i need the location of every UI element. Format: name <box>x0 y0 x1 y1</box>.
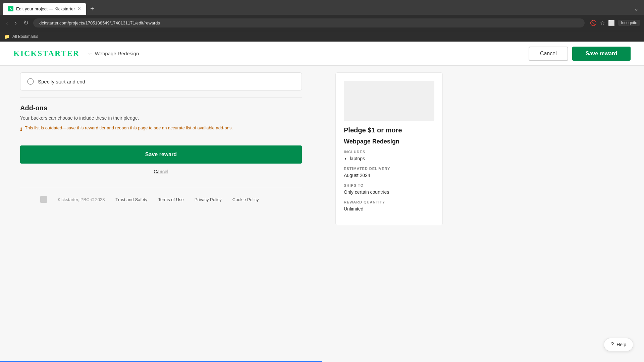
camera-off-icon: 🚫 <box>590 20 597 26</box>
main-content: Specify start and end Add-ons Your backe… <box>0 66 644 232</box>
tab-title: Edit your project — Kickstarter <box>16 6 75 11</box>
pledge-amount: Pledge $1 or more <box>344 126 434 134</box>
footer-cookie[interactable]: Cookie Policy <box>232 197 259 202</box>
bookmark-icon[interactable]: ☆ <box>600 20 605 26</box>
reward-title: Webpage Redesign <box>344 138 434 145</box>
footer-copyright: Kickstarter, PBC © 2023 <box>58 197 105 202</box>
nav-icons: 🚫 ☆ ⬜ Incognito <box>590 20 640 26</box>
addons-section: Add-ons Your backers can choose to inclu… <box>20 104 302 132</box>
ships-to-value: Only certain countries <box>344 189 434 195</box>
warning-icon: ℹ <box>20 126 22 132</box>
project-name: Webpage Redesign <box>95 51 139 56</box>
footer-terms[interactable]: Terms of Use <box>158 197 184 202</box>
ships-to-label: SHIPS TO <box>344 183 434 187</box>
warning-box: ℹ This list is outdated—save this reward… <box>20 125 302 132</box>
help-icon: ? <box>611 342 614 348</box>
browser-nav: ‹ › ↻ kickstarter.com/projects/170518854… <box>0 15 644 31</box>
includes-item: laptops <box>350 156 434 161</box>
help-button[interactable]: ? Help <box>604 338 633 351</box>
form-area: Specify start and end Add-ons Your backe… <box>0 66 322 232</box>
tab-close-btn[interactable]: × <box>78 6 81 11</box>
url-text: kickstarter.com/projects/1705188549/1748… <box>39 20 160 25</box>
bookmarks-label[interactable]: All Bookmarks <box>12 34 38 39</box>
includes-value: laptops <box>344 156 434 161</box>
tab-favicon: K <box>8 6 13 11</box>
footer-logo-icon <box>40 196 47 203</box>
active-tab[interactable]: K Edit your project — Kickstarter × <box>3 3 86 15</box>
preview-image-placeholder <box>344 81 434 121</box>
page-wrapper: KICKSTARTER ← Webpage Redesign Cancel Sa… <box>0 42 644 362</box>
tab-menu-icon[interactable]: ⌄ <box>634 5 639 12</box>
form-cancel-link[interactable]: Cancel <box>20 169 302 174</box>
address-bar[interactable]: kickstarter.com/projects/1705188549/1748… <box>33 18 585 27</box>
help-label: Help <box>616 342 626 347</box>
reward-quantity-label: REWARD QUANTITY <box>344 200 434 204</box>
includes-label: INCLUDES <box>344 150 434 154</box>
back-button[interactable]: ‹ <box>4 18 10 28</box>
warning-text: This list is outdated—save this reward t… <box>25 125 233 130</box>
back-link[interactable]: ← Webpage Redesign <box>88 51 139 57</box>
back-arrow-icon: ← <box>88 51 93 57</box>
reward-quantity-value: Unlimited <box>344 206 434 212</box>
tab-extras: ⌄ <box>634 5 641 12</box>
bookmarks-bar: 📁 All Bookmarks <box>0 31 644 42</box>
tab-bar: K Edit your project — Kickstarter × + ⌄ <box>0 0 644 15</box>
footer-privacy[interactable]: Privacy Policy <box>195 197 222 202</box>
estimated-delivery-label: ESTIMATED DELIVERY <box>344 167 434 171</box>
logo: KICKSTARTER <box>13 49 79 58</box>
bookmarks-folder-icon: 📁 <box>4 34 10 39</box>
header-save-reward-button[interactable]: Save reward <box>572 47 631 61</box>
specify-dates-radio[interactable]: Specify start and end <box>20 72 302 90</box>
refresh-button[interactable]: ↻ <box>21 18 31 28</box>
header-cancel-button[interactable]: Cancel <box>529 47 568 61</box>
forward-button[interactable]: › <box>13 18 19 28</box>
new-tab-button[interactable]: + <box>88 4 97 14</box>
divider <box>20 97 302 98</box>
incognito-badge: Incognito <box>618 20 640 26</box>
logo-text: KICKSTARTER <box>13 49 79 58</box>
form-save-reward-button[interactable]: Save reward <box>20 145 302 164</box>
device-icon[interactable]: ⬜ <box>608 20 615 26</box>
footer: Kickstarter, PBC © 2023 Trust and Safety… <box>20 188 302 211</box>
addons-title: Add-ons <box>20 104 302 112</box>
addons-desc: Your backers can choose to include these… <box>20 115 302 121</box>
radio-circle-icon <box>27 78 34 85</box>
app-bar-actions: Cancel Save reward <box>529 47 631 61</box>
radio-label: Specify start and end <box>38 79 85 84</box>
app-bar: KICKSTARTER ← Webpage Redesign Cancel Sa… <box>0 42 644 66</box>
estimated-delivery-value: August 2024 <box>344 173 434 178</box>
footer-trust-safety[interactable]: Trust and Safety <box>115 197 147 202</box>
preview-sidebar: Pledge $1 or more Webpage Redesign INCLU… <box>335 72 443 225</box>
